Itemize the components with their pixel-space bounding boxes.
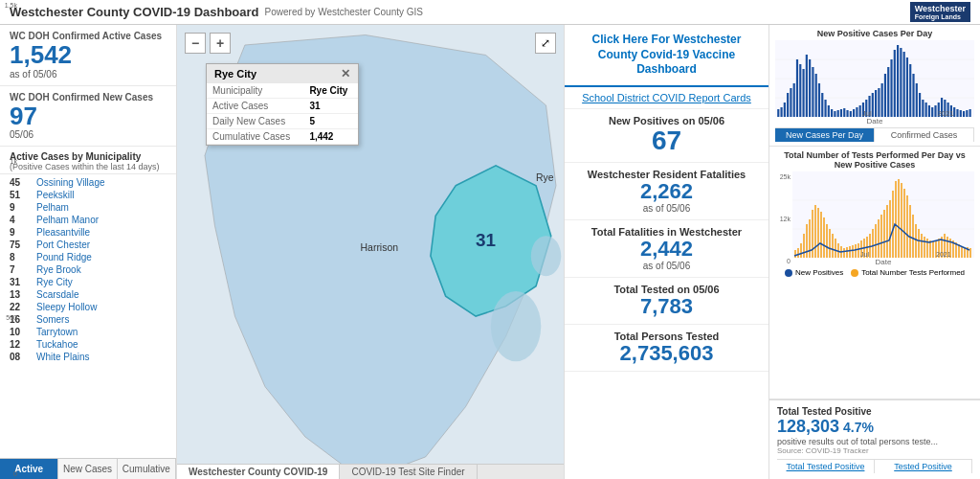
- svg-text:Jul: Jul: [860, 251, 869, 258]
- list-item[interactable]: 8Pound Ridge: [0, 251, 176, 263]
- table-row: Active Cases31: [207, 99, 358, 114]
- expand-button[interactable]: ⤢: [535, 33, 556, 54]
- list-item[interactable]: 22Sleepy Hollow: [0, 301, 176, 313]
- svg-rect-92: [835, 239, 836, 258]
- popup-close-button[interactable]: ✕: [341, 67, 350, 80]
- chart2-area: Jul 2021: [792, 171, 974, 258]
- confirmed-new-value: 97: [10, 103, 167, 130]
- svg-rect-70: [963, 111, 965, 117]
- school-district-link[interactable]: School District COVID Report Cards: [582, 92, 751, 103]
- list-item[interactable]: 10Tarrytown: [0, 326, 176, 338]
- list-item[interactable]: 16Somers: [0, 313, 176, 326]
- tt-tab-1[interactable]: Tested Positive: [875, 460, 972, 473]
- list-item[interactable]: 31Rye City: [0, 276, 176, 288]
- header-logo: Westchester Foreign Lands: [910, 2, 970, 22]
- svg-rect-23: [815, 74, 817, 117]
- svg-rect-50: [900, 48, 902, 117]
- chart2-svg: Jul 2021: [792, 171, 974, 258]
- total-tested-positive-title: Total Tested Positive: [777, 406, 972, 417]
- total-tested-value: 7,783: [574, 295, 759, 318]
- svg-rect-16: [793, 83, 795, 117]
- vaccine-link[interactable]: Click Here For Westchester County Covid-…: [592, 33, 742, 76]
- svg-rect-45: [884, 74, 886, 117]
- confirmed-active-box: WC DOH Confirmed Active Cases 1,542 as o…: [0, 25, 176, 86]
- svg-rect-28: [831, 109, 833, 117]
- svg-point-2: [491, 291, 541, 361]
- svg-rect-11: [777, 109, 779, 117]
- svg-rect-110: [886, 205, 888, 258]
- legend-total-tests: Total Number Tests Performed: [851, 268, 965, 277]
- list-item[interactable]: 4Pelham Manor: [0, 214, 176, 226]
- list-item[interactable]: 08White Plains: [0, 351, 176, 363]
- svg-rect-115: [901, 183, 902, 258]
- svg-rect-25: [821, 93, 823, 117]
- svg-rect-26: [824, 100, 826, 117]
- svg-rect-31: [840, 109, 842, 117]
- svg-rect-96: [846, 247, 848, 258]
- school-link-section[interactable]: School District COVID Report Cards: [565, 87, 768, 109]
- zoom-out-button[interactable]: −: [185, 33, 206, 54]
- list-item[interactable]: 7Rye Brook: [0, 263, 176, 276]
- table-row: MunicipalityRye City: [207, 83, 358, 99]
- svg-rect-36: [856, 107, 858, 117]
- chart2-section: Total Number of Tests Performed Per Day …: [769, 147, 980, 399]
- svg-rect-13: [784, 103, 786, 117]
- svg-rect-107: [878, 219, 880, 258]
- total-fatalities-stat: Total Fatalities in Westchester 2,442 as…: [565, 220, 768, 278]
- svg-rect-120: [915, 224, 917, 258]
- map-toolbar: − +: [185, 33, 231, 54]
- left-tab-cumulative[interactable]: Cumulative: [118, 459, 176, 479]
- svg-rect-71: [966, 110, 968, 117]
- left-tab-new-cases[interactable]: New Cases: [58, 459, 117, 479]
- list-item[interactable]: 12Tuckahoe: [0, 338, 176, 351]
- svg-rect-24: [818, 83, 820, 117]
- chart1-section: New Positive Cases Per Day 1.5k 1k 500 0: [769, 25, 980, 147]
- popup-table: MunicipalityRye CityActive Cases31Daily …: [207, 83, 358, 145]
- list-item[interactable]: 9Pelham: [0, 201, 176, 214]
- chart1-tab-1[interactable]: Confirmed Cases: [875, 128, 974, 142]
- svg-rect-68: [956, 109, 958, 117]
- map-tab-1[interactable]: COVID-19 Test Site Finder: [340, 465, 477, 479]
- chart2-title: Total Number of Tests Performed Per Day …: [775, 150, 974, 170]
- map-tab-0[interactable]: Westchester County COVID-19: [177, 465, 340, 479]
- svg-rect-112: [892, 191, 894, 258]
- svg-rect-14: [787, 93, 789, 117]
- svg-rect-125: [929, 240, 931, 258]
- table-row: Cumulative Cases1,442: [207, 129, 358, 145]
- svg-rect-53: [909, 64, 911, 117]
- svg-rect-139: [969, 248, 971, 258]
- svg-rect-116: [903, 189, 905, 258]
- right-panel: New Positive Cases Per Day 1.5k 1k 500 0: [769, 25, 980, 479]
- tt-tab-0[interactable]: Total Tested Positive: [777, 460, 875, 473]
- svg-rect-42: [875, 90, 877, 117]
- list-item[interactable]: 45Ossining Village: [0, 176, 176, 189]
- list-item[interactable]: 9Pleasantville: [0, 226, 176, 239]
- svg-text:2021: 2021: [936, 251, 951, 258]
- zoom-in-button[interactable]: +: [210, 33, 231, 54]
- total-tested-tabs: Total Tested PositiveTested Positive: [777, 459, 972, 473]
- popup-title: Rye City ✕: [207, 64, 358, 83]
- svg-text:2021: 2021: [938, 109, 954, 117]
- svg-rect-18: [799, 64, 801, 117]
- resident-fatalities-value: 2,262: [574, 180, 759, 203]
- svg-rect-60: [931, 107, 933, 117]
- svg-rect-56: [919, 93, 921, 117]
- svg-point-3: [531, 236, 561, 276]
- svg-rect-97: [849, 246, 851, 258]
- svg-rect-20: [806, 55, 808, 117]
- legend-total-tests-label: Total Number Tests Performed: [861, 268, 965, 277]
- list-item[interactable]: 51Peekskill: [0, 189, 176, 201]
- list-item[interactable]: 13Scarsdale: [0, 288, 176, 301]
- list-item[interactable]: 75Port Chester: [0, 239, 176, 251]
- legend-new-positives-dot: [785, 269, 792, 277]
- vaccine-banner[interactable]: Click Here For Westchester County Covid-…: [565, 25, 768, 87]
- chart1-tab-0[interactable]: New Cases Per Day: [775, 128, 875, 142]
- svg-rect-95: [843, 248, 845, 258]
- svg-rect-100: [858, 243, 859, 258]
- legend-new-positives: New Positives: [785, 268, 843, 277]
- svg-text:Harrison: Harrison: [361, 242, 399, 253]
- svg-rect-122: [921, 234, 923, 258]
- svg-rect-69: [960, 110, 962, 117]
- resident-fatalities-date: as of 05/06: [574, 203, 759, 214]
- new-positives-label: New Positives on 05/06: [574, 115, 759, 126]
